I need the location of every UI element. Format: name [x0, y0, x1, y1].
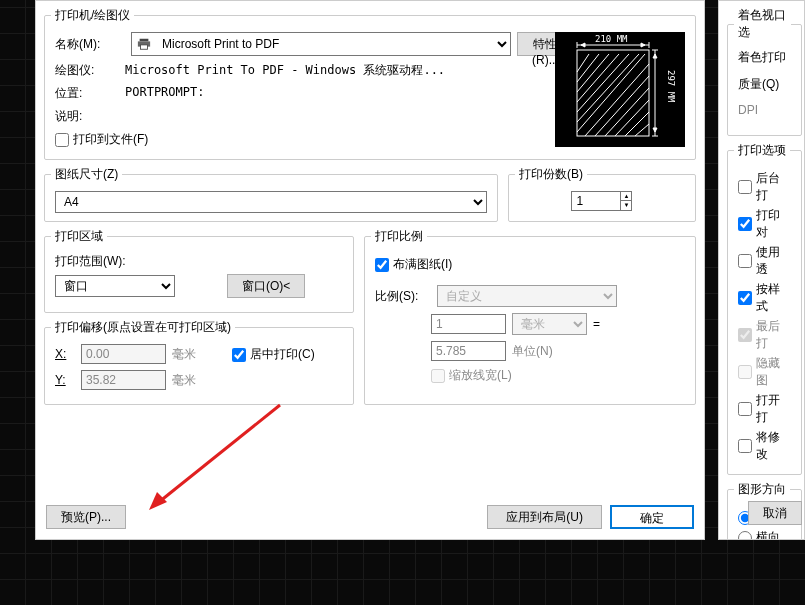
- shade-group: 着色视口选 着色打印 质量(Q) DPI: [727, 7, 802, 136]
- opt6-checkbox: [738, 365, 752, 379]
- orient-title: 图形方向: [734, 481, 790, 498]
- opt2-checkbox[interactable]: [738, 217, 752, 231]
- print-to-file-checkbox[interactable]: [55, 133, 69, 147]
- scale-lw-label: 缩放线宽(L): [449, 367, 512, 384]
- copies-title: 打印份数(B): [515, 166, 587, 183]
- area-group: 打印区域 打印范围(W): 窗口 窗口(O)<: [44, 228, 354, 313]
- paper-size-group: 图纸尺寸(Z) A4: [44, 166, 498, 222]
- opt4-checkbox[interactable]: [738, 291, 752, 305]
- dpi-label: DPI: [738, 103, 791, 117]
- range-label: 打印范围(W):: [55, 253, 343, 270]
- opt8-checkbox[interactable]: [738, 439, 752, 453]
- opt7-checkbox[interactable]: [738, 402, 752, 416]
- opt3-checkbox[interactable]: [738, 254, 752, 268]
- copies-spinner[interactable]: ▲▼: [571, 191, 632, 211]
- svg-marker-17: [581, 43, 585, 47]
- dialog-footer: 预览(P)... 应用到布局(U) 确定: [46, 505, 694, 529]
- svg-line-13: [635, 124, 649, 136]
- svg-line-8: [585, 64, 649, 136]
- printer-group-title: 打印机/绘图仪: [51, 7, 134, 24]
- y-label: Y:: [55, 373, 75, 387]
- offset-group: 打印偏移(原点设置在可打印区域) X: 毫米 Y: 毫米: [44, 319, 354, 405]
- svg-line-10: [605, 88, 649, 136]
- print-to-file-label: 打印到文件(F): [73, 131, 148, 148]
- offset-title: 打印偏移(原点设置在可打印区域): [51, 319, 235, 336]
- ratio-label: 比例(S):: [375, 288, 431, 305]
- desc-label: 说明:: [55, 108, 125, 125]
- scale-title: 打印比例: [371, 228, 427, 245]
- printer-select[interactable]: Microsoft Print to PDF: [131, 32, 511, 56]
- svg-text:297 MM: 297 MM: [666, 70, 676, 103]
- center-checkbox[interactable]: [232, 348, 246, 362]
- plot-dialog-main: 打印机/绘图仪: [35, 0, 705, 540]
- copies-input[interactable]: [572, 192, 620, 210]
- svg-line-2: [577, 54, 639, 122]
- plotter-value: Microsoft Print To PDF - Windows 系统驱动程..…: [125, 62, 445, 79]
- svg-marker-24: [653, 128, 657, 132]
- scale-unit-select: 毫米: [512, 313, 587, 335]
- options-title: 打印选项: [734, 142, 790, 159]
- ok-button[interactable]: 确定: [610, 505, 694, 529]
- fit-paper-checkbox[interactable]: [375, 258, 389, 272]
- scale-den-unit: 单位(N): [512, 343, 587, 360]
- x-input: [81, 344, 166, 364]
- scale-group: 打印比例 布满图纸(I) 比例(S): 自定义 毫米 = 单位(N): [364, 228, 696, 405]
- plot-dialog-side: 着色视口选 着色打印 质量(Q) DPI 打印选项 后台打 打印对 使用透 按样…: [718, 0, 805, 540]
- fit-paper-label: 布满图纸(I): [393, 256, 452, 273]
- svg-line-12: [625, 112, 649, 136]
- svg-marker-18: [641, 43, 645, 47]
- svg-line-9: [595, 76, 649, 136]
- paper-size-select[interactable]: A4: [55, 191, 487, 213]
- paper-preview: 210 MM 297 MM: [555, 32, 685, 147]
- plotter-label: 绘图仪:: [55, 62, 125, 79]
- quality-label: 质量(Q): [738, 76, 791, 93]
- x-label: X:: [55, 347, 75, 361]
- preview-button[interactable]: 预览(P)...: [46, 505, 126, 529]
- svg-marker-23: [653, 54, 657, 58]
- svg-text:210 MM: 210 MM: [595, 34, 628, 44]
- range-select[interactable]: 窗口: [55, 275, 175, 297]
- center-label: 居中打印(C): [250, 346, 315, 363]
- location-label: 位置:: [55, 85, 125, 102]
- equals-sign: =: [593, 317, 600, 331]
- copies-group: 打印份数(B) ▲▼: [508, 166, 696, 222]
- y-unit: 毫米: [172, 372, 212, 389]
- location-value: PORTPROMPT:: [125, 85, 204, 102]
- area-title: 打印区域: [51, 228, 107, 245]
- scale-num-input: [431, 314, 506, 334]
- svg-line-5: [577, 54, 609, 92]
- landscape-radio[interactable]: [738, 531, 752, 541]
- printer-group: 打印机/绘图仪: [44, 7, 696, 160]
- svg-line-11: [615, 100, 649, 136]
- opt1-checkbox[interactable]: [738, 180, 752, 194]
- ratio-select: 自定义: [437, 285, 617, 307]
- cancel-button[interactable]: 取消: [748, 501, 802, 525]
- scale-lw-checkbox: [431, 369, 445, 383]
- x-unit: 毫米: [172, 346, 212, 363]
- shade-print-label: 着色打印: [738, 49, 791, 66]
- name-label: 名称(M):: [55, 36, 125, 53]
- opt5-checkbox: [738, 328, 752, 342]
- svg-line-6: [577, 54, 599, 82]
- scale-den-input: [431, 341, 506, 361]
- svg-line-4: [577, 54, 619, 102]
- apply-layout-button[interactable]: 应用到布局(U): [487, 505, 602, 529]
- svg-line-1: [577, 54, 645, 132]
- paper-size-title: 图纸尺寸(Z): [51, 166, 122, 183]
- y-input: [81, 370, 166, 390]
- window-button[interactable]: 窗口(O)<: [227, 274, 305, 298]
- options-group: 打印选项 后台打 打印对 使用透 按样式 最后打 隐藏图 打开打 将修改: [727, 142, 802, 475]
- shade-title: 着色视口选: [734, 7, 791, 41]
